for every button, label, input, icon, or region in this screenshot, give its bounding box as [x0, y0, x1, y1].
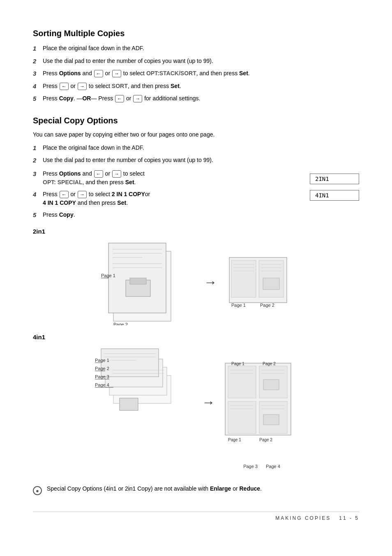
step-content: Use the dial pad to enter the number of …: [43, 156, 359, 165]
left-arrow-icon: ←: [94, 170, 103, 178]
step-num: 1: [33, 144, 43, 153]
step-content: Use the dial pad to enter the number of …: [43, 57, 359, 66]
svg-text:Page 2: Page 2: [260, 303, 274, 308]
step-num: 1: [33, 44, 43, 53]
svg-rect-28: [101, 349, 159, 377]
step-content: Press ← or → to select 2 IN 1 COPYor 4 I…: [43, 190, 293, 207]
svg-text:Page 2: Page 2: [259, 438, 272, 442]
section2-title: Special Copy Options: [33, 116, 359, 125]
page3-label: Page 3: [243, 464, 258, 469]
svg-text:Page 3: Page 3: [95, 374, 109, 379]
step-1-5: 5 Press Copy. —OR— Press ← or → for addi…: [33, 94, 359, 104]
step-content: Press Copy.: [43, 211, 293, 220]
note-text-pre: Special Copy Options (4in1 or 2in1 Copy)…: [47, 485, 210, 492]
note-icon: ●: [33, 486, 42, 495]
section1-title: Sorting Multiple Copies: [33, 29, 359, 38]
step-2-2: 2 Use the dial pad to enter the number o…: [33, 156, 359, 165]
diagram-2in1-label: 2in1: [33, 228, 359, 235]
svg-text:Page 1: Page 1: [228, 438, 241, 442]
step-1-3: 3 Press Options and ← or → to select OPT…: [33, 69, 359, 79]
step-num: 3: [33, 69, 43, 79]
step-num: 4: [33, 190, 43, 207]
note-bold-enlarge: Enlarge: [210, 485, 231, 492]
right-arrow-icon: →: [78, 191, 87, 198]
arrow-right-icon: →: [202, 395, 215, 410]
display-boxes-container: 2IN1 4IN1: [310, 169, 359, 224]
step-2-3: 3 Press Options and ← or → to select OPT…: [33, 169, 293, 187]
note-bold-reduce: Reduce: [239, 485, 260, 492]
step-2-4: 4 Press ← or → to select 2 IN 1 COPYor 4…: [33, 190, 293, 207]
right-arrow-icon: →: [112, 70, 121, 77]
step-content: Place the original face down in the ADF.: [43, 44, 359, 53]
svg-text:Page 1: Page 1: [231, 361, 244, 366]
svg-rect-32: [120, 398, 138, 410]
right-arrow-icon: →: [112, 170, 121, 178]
step-num: 2: [33, 57, 43, 66]
note-text: Special Copy Options (4in1 or 2in1 Copy)…: [47, 485, 262, 492]
svg-text:Page 4: Page 4: [95, 382, 109, 387]
diagram-4in1-result: Page 1 Page 2 Page 1 Page 2: [223, 361, 297, 443]
step-num: 3: [33, 169, 43, 187]
footer: MAKING COPIES 11 - 5: [33, 512, 359, 521]
svg-rect-51: [228, 401, 256, 433]
svg-text:Page 1: Page 1: [101, 273, 115, 278]
left-arrow-icon: ←: [60, 83, 69, 90]
diagram-4in1-source: Page 1 Page 2 Page 3 Page 4: [95, 345, 194, 460]
step-num: 4: [33, 82, 43, 91]
left-arrow-icon: ←: [115, 95, 124, 102]
diagram-2in1-section: 2in1 Page 2 Page 1 Page 2 →: [33, 228, 359, 325]
steps-with-display: 3 Press Options and ← or → to select OPT…: [33, 169, 359, 224]
step-1-2: 2 Use the dial pad to enter the number o…: [33, 57, 359, 66]
svg-rect-44: [228, 366, 256, 398]
right-arrow-icon: →: [78, 83, 87, 90]
footer-text: MAKING COPIES: [275, 515, 331, 521]
right-arrow-icon: →: [133, 95, 142, 102]
diagram-2in1-result: Page 1 Page 2: [225, 255, 291, 309]
svg-text:Page 1: Page 1: [95, 358, 109, 363]
step-1-1: 1 Place the original face down in the AD…: [33, 44, 359, 53]
step-content: Place the original face down in the ADF.: [43, 144, 359, 153]
step-num: 2: [33, 156, 43, 165]
page34-labels: Page 3 Page 4: [164, 464, 359, 469]
svg-text:Page 2: Page 2: [95, 366, 109, 371]
steps-left: 3 Press Options and ← or → to select OPT…: [33, 169, 293, 224]
svg-rect-57: [263, 415, 279, 425]
step-2-5: 5 Press Copy.: [33, 211, 293, 220]
left-arrow-icon: ←: [60, 191, 69, 198]
note-text-final: .: [260, 485, 262, 492]
step-content: Press Options and ← or → to select OPT: …: [43, 169, 293, 187]
svg-rect-14: [231, 260, 256, 297]
svg-rect-22: [263, 278, 279, 290]
arrow-right-icon: →: [204, 275, 217, 290]
step-content: Press Options and ← or → to select OPT:S…: [43, 69, 359, 79]
svg-text:Page 2: Page 2: [263, 361, 276, 366]
step-num: 5: [33, 94, 43, 104]
svg-text:Page 2: Page 2: [113, 322, 128, 325]
display-2in1: 2IN1: [310, 174, 359, 184]
note-section: ● Special Copy Options (4in1 or 2in1 Cop…: [33, 481, 359, 495]
svg-rect-50: [263, 380, 279, 390]
display-4in1: 4IN1: [310, 190, 359, 201]
step-2-1: 1 Place the original face down in the AD…: [33, 144, 359, 153]
note-text-mid: or: [231, 485, 239, 492]
step-content: Press Copy. —OR— Press ← or → for additi…: [43, 94, 359, 104]
step-num: 5: [33, 211, 43, 220]
diagram-2in1-source: Page 2 Page 1 Page 2: [101, 239, 196, 325]
footer-page: 11 - 5: [339, 515, 359, 521]
page4-label: Page 4: [266, 464, 280, 469]
step-1-4: 4 Press ← or → to select SORT, and then …: [33, 82, 359, 91]
section2-steps: 1 Place the original face down in the AD…: [33, 144, 359, 165]
section1-steps: 1 Place the original face down in the AD…: [33, 44, 359, 104]
svg-text:Page 1: Page 1: [231, 303, 246, 308]
diagram-4in1-label: 4in1: [33, 334, 359, 341]
svg-rect-9: [130, 278, 146, 284]
diagram-4in1-section: 4in1 Page 1 Page 2 P: [33, 334, 359, 469]
diagram-2in1-wrapper: Page 2 Page 1 Page 2 →: [33, 239, 359, 325]
section2-steps-3-5: 3 Press Options and ← or → to select OPT…: [33, 169, 293, 220]
step-content: Press ← or → to select SORT, and then pr…: [43, 82, 359, 91]
diagram-4in1-wrapper: Page 1 Page 2 Page 3 Page 4 →: [33, 345, 359, 460]
section2-intro: You can save paper by copying either two…: [33, 131, 359, 138]
left-arrow-icon: ←: [94, 70, 103, 77]
